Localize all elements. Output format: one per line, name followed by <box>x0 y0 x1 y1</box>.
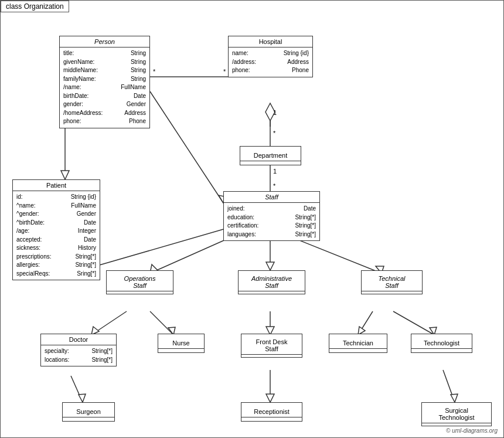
doctor-box: Doctor specialty:String[*] locations:Str… <box>40 334 117 366</box>
svg-marker-12 <box>61 171 69 179</box>
surgeon-title: Surgeon <box>63 406 114 417</box>
svg-marker-36 <box>266 394 274 402</box>
doctor-attrs: specialty:String[*] locations:String[*] <box>41 345 116 366</box>
nurse-title: Nurse <box>158 338 204 349</box>
svg-text:*: * <box>273 182 276 189</box>
front-desk-staff-box: Front Desk Staff <box>241 334 302 358</box>
svg-line-17 <box>150 238 229 273</box>
surgical-technologist-box: Surgical Technologist <box>421 402 492 426</box>
person-attrs: title:String givenName:String middleName… <box>60 47 149 128</box>
svg-text:*: * <box>223 68 226 75</box>
person-box: Person title:String givenName:String mid… <box>59 36 150 128</box>
nurse-box: Nurse <box>158 334 205 353</box>
department-title: Department <box>240 150 301 161</box>
technician-box: Technician <box>329 334 387 353</box>
surgical-technologist-title: Surgical Technologist <box>422 405 491 423</box>
svg-line-21 <box>294 238 382 273</box>
svg-marker-20 <box>266 262 274 270</box>
svg-line-23 <box>91 311 127 335</box>
svg-marker-4 <box>265 103 275 121</box>
receptionist-box: Receptionist <box>241 402 302 422</box>
staff-box: Staff joined:Date education:String[*] ce… <box>223 191 320 241</box>
doctor-title: Doctor <box>41 334 116 345</box>
administrative-staff-box: Administrative Staff <box>238 270 305 294</box>
svg-line-33 <box>71 376 83 402</box>
technical-staff-box: Technical Staff <box>361 270 423 294</box>
copyright: © uml-diagrams.org <box>446 427 498 434</box>
svg-line-31 <box>393 311 434 335</box>
operations-staff-box: Operations Staff <box>106 270 173 294</box>
front-desk-staff-title: Front Desk Staff <box>241 337 302 355</box>
administrative-staff-title: Administrative Staff <box>239 273 305 291</box>
svg-marker-38 <box>451 394 458 402</box>
technologist-title: Technologist <box>411 338 472 349</box>
patient-title: Patient <box>13 180 100 191</box>
operations-staff-title: Operations Staff <box>107 273 173 291</box>
staff-attrs: joined:Date education:String[*] certific… <box>224 203 319 240</box>
svg-text:1: 1 <box>273 168 277 175</box>
person-title: Person <box>60 36 149 47</box>
svg-text:*: * <box>153 68 156 75</box>
technician-title: Technician <box>329 338 387 349</box>
svg-text:1: 1 <box>273 109 277 116</box>
department-box: Department <box>240 146 301 165</box>
svg-line-13 <box>150 91 223 203</box>
technologist-box: Technologist <box>411 334 472 353</box>
receptionist-title: Receptionist <box>241 406 302 417</box>
staff-title: Staff <box>224 192 319 203</box>
hospital-box: Hospital name:String {id} /address:Addre… <box>228 36 313 77</box>
hospital-title: Hospital <box>229 36 312 47</box>
svg-line-29 <box>358 311 373 335</box>
patient-attrs: id:String {id} ^name:FullName ^gender:Ge… <box>13 191 100 280</box>
technical-staff-title: Technical Staff <box>362 273 422 291</box>
svg-line-25 <box>150 311 173 335</box>
svg-text:*: * <box>273 130 276 137</box>
svg-line-37 <box>443 370 455 402</box>
svg-marker-34 <box>79 394 86 402</box>
diagram-container: class Organization * * 1 * 1 * * <box>0 0 504 438</box>
frame-label: class Organization <box>1 1 69 12</box>
hospital-attrs: name:String {id} /address:Address phone:… <box>229 47 312 77</box>
svg-line-15 <box>91 229 223 267</box>
patient-box: Patient id:String {id} ^name:FullName ^g… <box>12 179 100 280</box>
surgeon-box: Surgeon <box>62 402 115 422</box>
